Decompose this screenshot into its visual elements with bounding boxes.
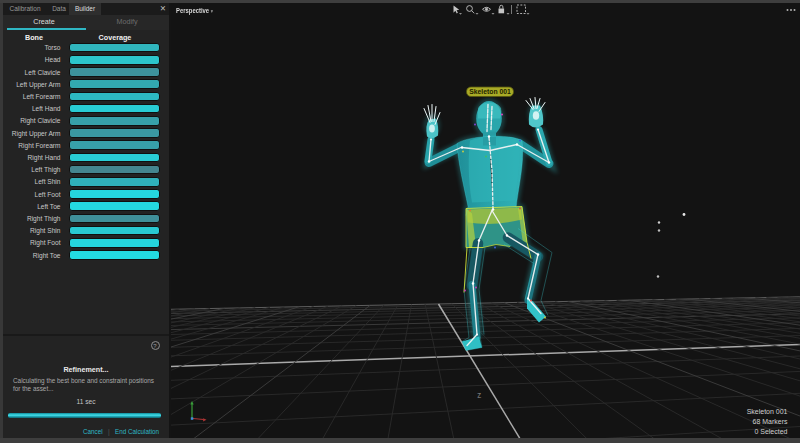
- svg-text:Skeleton 001: Skeleton 001: [469, 88, 511, 95]
- svg-text:z: z: [477, 389, 482, 399]
